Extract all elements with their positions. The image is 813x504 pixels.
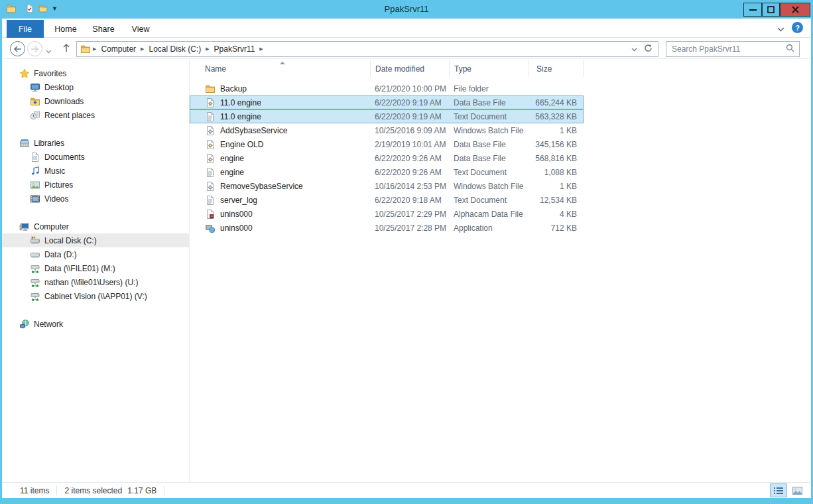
sidebar-section-computer[interactable]: Computer (2, 220, 189, 233)
address-folder-icon (80, 44, 91, 54)
file-type: Application (454, 221, 493, 234)
file-row-engine-text-document[interactable]: engine 6/22/2020 9:26 AM Text Document 1… (190, 165, 584, 179)
sidebar-section-label: Network (34, 320, 63, 329)
recent-locations-chevron-icon[interactable] (46, 46, 52, 56)
breadcrumb-segment-ppaksrvr11[interactable]: PpakSrvr11 (212, 44, 258, 54)
sidebar-item-label: Music (44, 166, 65, 176)
sidebar-item-videos[interactable]: Videos (2, 192, 189, 206)
file-type: Data Base File (454, 138, 506, 151)
address-dropdown-chevron-icon[interactable] (631, 44, 637, 54)
sidebar-section-label: Libraries (34, 139, 64, 148)
forward-button[interactable] (27, 41, 42, 56)
file-row-engine-old-data-base-file[interactable]: Engine OLD 2/19/2019 10:01 AM Data Base … (190, 137, 584, 151)
status-separator (164, 485, 164, 495)
sidebar-item-label: Cabinet Vision (\\APP01) (V:) (44, 292, 147, 301)
column-header-size[interactable]: Size (529, 60, 584, 77)
breadcrumb-segment-local-disk-c[interactable]: Local Disk (C:) (146, 44, 204, 54)
selection-count: 2 items selected (64, 486, 122, 495)
address-bar[interactable]: ▶ Computer▶Local Disk (C:)▶PpakSrvr11▶ (76, 41, 658, 57)
file-row-unins000-alphacam-data-file[interactable]: unins000 10/25/2017 2:29 PM Alphacam Dat… (190, 207, 584, 221)
tab-home[interactable]: Home (50, 20, 82, 38)
tab-file[interactable]: File (7, 20, 44, 38)
sidebar-section-network[interactable]: Network (2, 317, 189, 331)
file-date-modified: 6/22/2020 9:19 AM (375, 96, 442, 109)
search-icon[interactable] (786, 44, 799, 54)
sidebar-section-libraries[interactable]: Libraries (2, 136, 189, 150)
window-content: File Home Share View ? ▶ Computer▶Local … (2, 19, 811, 498)
help-button[interactable]: ? (792, 22, 803, 33)
sidebar-item-nathan-file01-users-u[interactable]: nathan (\\file01\Users) (U:) (2, 275, 189, 289)
close-icon (792, 6, 799, 13)
file-name: AddSybaseService (220, 126, 287, 135)
file-list: Backup 6/21/2020 10:00 PM File folder 11… (190, 82, 584, 235)
file-date-modified: 10/25/2017 2:29 PM (375, 208, 446, 220)
sidebar-item-downloads[interactable]: Downloads (2, 94, 189, 108)
desktop-icon (30, 82, 40, 93)
file-date-modified: 10/25/2016 9:09 AM (375, 124, 446, 137)
sidebar-item-cabinet-vision-app01-v[interactable]: Cabinet Vision (\\APP01) (V:) (2, 289, 189, 303)
network-icon (19, 319, 30, 330)
minimize-button[interactable] (743, 3, 762, 17)
column-header-date-modified[interactable]: Date modified (371, 60, 450, 77)
file-name: 11.0 engine (220, 98, 261, 107)
file-row-addsybaseservice-windows-batch-file[interactable]: AddSybaseService 10/25/2016 9:09 AM Wind… (190, 123, 584, 137)
up-button[interactable] (62, 42, 71, 55)
column-header-type[interactable]: Type (450, 60, 529, 77)
sidebar-item-documents[interactable]: Documents (2, 150, 189, 164)
pictures-icon (30, 180, 40, 190)
navigation-bar: ▶ Computer▶Local Disk (C:)▶PpakSrvr11▶ (2, 38, 811, 59)
file-name: unins000 (220, 210, 253, 219)
breadcrumb: Computer▶Local Disk (C:)▶PpakSrvr11▶ (98, 44, 265, 54)
file-date-modified: 10/16/2014 2:53 PM (375, 180, 446, 192)
file-row-server-log-text-document[interactable]: server_log 6/22/2020 9:18 AM Text Docume… (190, 193, 584, 207)
file-name: 11.0 engine (220, 112, 261, 121)
large-icons-view-button[interactable] (788, 483, 806, 497)
file-name: server_log (220, 196, 257, 205)
tab-view[interactable]: View (125, 20, 156, 38)
batch-file-icon (205, 181, 216, 192)
sidebar-item-label: Data (D:) (44, 250, 77, 259)
tab-share[interactable]: Share (87, 20, 120, 38)
refresh-icon[interactable] (644, 44, 653, 54)
file-name: unins000 (220, 223, 253, 233)
search-input[interactable] (666, 44, 786, 54)
sidebar-item-music[interactable]: Music (2, 164, 189, 178)
computer-icon (19, 221, 30, 232)
file-size: 665,244 KB (535, 96, 577, 109)
file-size: 1,088 KB (544, 166, 577, 178)
sidebar-item-label: Data (\\FILE01) (M:) (44, 264, 115, 273)
libraries-icon (19, 138, 30, 149)
file-row-11-0-engine-text-document[interactable]: 11.0 engine 6/22/2020 9:19 AM Text Docum… (190, 109, 584, 123)
sidebar-item-recent-places[interactable]: Recent places (2, 108, 189, 122)
close-button[interactable] (780, 3, 810, 17)
file-row-11-0-engine-data-base-file[interactable]: 11.0 engine 6/22/2020 9:19 AM Data Base … (190, 95, 584, 109)
back-button[interactable] (10, 41, 25, 56)
file-row-engine-data-base-file[interactable]: engine 6/22/2020 9:26 AM Data Base File … (190, 151, 584, 165)
batch-file-icon (205, 125, 216, 136)
sidebar-item-pictures[interactable]: Pictures (2, 178, 189, 192)
details-view-button[interactable] (770, 483, 787, 497)
column-header-name[interactable]: Name (190, 60, 371, 77)
downloads-icon (30, 96, 40, 107)
file-size: 712 KB (551, 221, 577, 234)
file-row-removesybaseservice-windows-batch-file[interactable]: RemoveSybaseService 10/16/2014 2:53 PM W… (190, 179, 584, 193)
sort-ascending-icon (280, 62, 285, 64)
maximize-button[interactable] (762, 3, 780, 17)
sidebar-item-data-d[interactable]: Data (D:) (2, 247, 189, 261)
sidebar-item-desktop[interactable]: Desktop (2, 80, 189, 94)
file-row-unins000-application[interactable]: unins000 10/25/2017 2:28 PM Application … (190, 221, 584, 235)
selection-size: 1.17 GB (127, 486, 156, 495)
local-disk-icon (30, 235, 40, 246)
file-row-backup-file-folder[interactable]: Backup 6/21/2020 10:00 PM File folder (190, 82, 584, 95)
music-icon (30, 166, 40, 176)
drive-icon (30, 249, 40, 260)
network-drive-icon (30, 291, 40, 302)
sidebar-item-data-file01-m[interactable]: Data (\\FILE01) (M:) (2, 261, 189, 275)
sidebar-item-local-disk-c[interactable]: Local Disk (C:) (2, 233, 189, 247)
network-drive-icon (30, 263, 40, 274)
minimize-icon (749, 6, 757, 13)
sidebar-section-favorites[interactable]: Favorites (2, 66, 189, 80)
expand-ribbon-chevron-icon[interactable] (777, 25, 784, 34)
application-file-icon (205, 223, 216, 233)
breadcrumb-segment-computer[interactable]: Computer (98, 44, 139, 54)
